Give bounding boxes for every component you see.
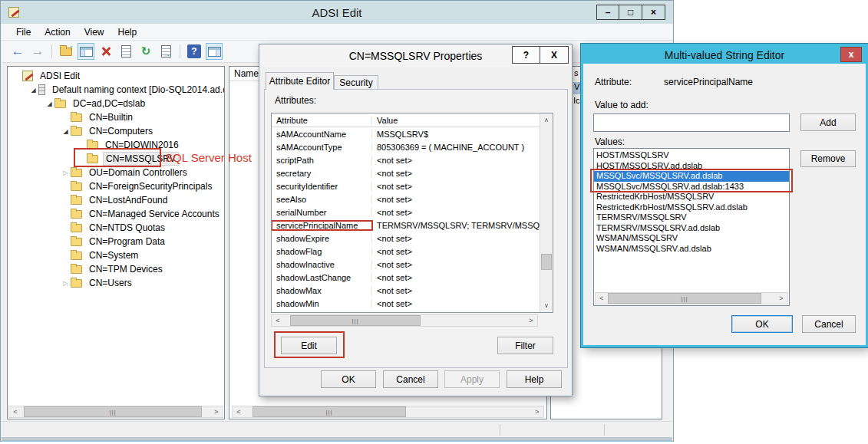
- scrollbar-track[interactable]: |||: [608, 293, 775, 304]
- attribute-row-shadowInactive[interactable]: shadowInactive<not set>: [272, 258, 541, 271]
- expanded-arrow-icon[interactable]: ◢: [45, 100, 54, 107]
- tree-item-default-naming-context-dio-sql2014-ad-dsla[interactable]: ◢Default naming context [Dio-SQL2014.ad.…: [8, 83, 224, 97]
- scroll-left-icon[interactable]: <: [596, 293, 608, 304]
- attribute-row-sAMAccountType[interactable]: sAMAccountType805306369 = ( MACHINE_ACCO…: [272, 140, 541, 153]
- console-tree-toggle-icon[interactable]: [78, 43, 94, 60]
- main-titlebar[interactable]: ADSI Edit – □ ×: [1, 1, 673, 24]
- dialog-close-button[interactable]: X: [540, 46, 569, 64]
- remove-button[interactable]: Remove: [800, 150, 856, 167]
- properties-icon[interactable]: [117, 43, 134, 60]
- scrollbar-thumb[interactable]: |||: [24, 406, 202, 417]
- value-item[interactable]: WSMAN/MSSQLSRV.ad.dslab: [594, 244, 789, 255]
- up-one-level-folder-icon[interactable]: ↑: [58, 43, 74, 60]
- refresh-icon[interactable]: ↻: [137, 43, 154, 60]
- add-button[interactable]: Add: [800, 113, 856, 131]
- scroll-right-icon[interactable]: >: [210, 406, 223, 417]
- tab-attribute-editor[interactable]: Attribute Editor: [266, 72, 334, 90]
- cancel-button[interactable]: Cancel: [383, 370, 438, 388]
- value-to-add-input[interactable]: [593, 113, 790, 132]
- scroll-right-icon[interactable]: >: [531, 406, 543, 417]
- tree-item-dc-ad-dc-dslab[interactable]: ◢DC=ad,DC=dslab: [8, 97, 224, 110]
- scroll-right-icon[interactable]: >: [525, 315, 537, 326]
- scrollbar-thumb[interactable]: |||: [608, 293, 761, 304]
- scroll-right-icon[interactable]: >: [775, 293, 787, 304]
- mvse-cancel-button[interactable]: Cancel: [802, 315, 856, 333]
- scrollbar-thumb[interactable]: |||: [252, 406, 406, 417]
- menu-file[interactable]: File: [9, 25, 38, 40]
- help-icon[interactable]: ?: [186, 43, 203, 60]
- properties-titlebar[interactable]: CN=MSSQLSRV Properties ? X: [259, 44, 572, 67]
- attribute-row-sAMAccountName[interactable]: sAMAccountNameMSSQLSRV$: [272, 127, 541, 140]
- menu-view[interactable]: View: [78, 25, 111, 40]
- back-arrow-icon[interactable]: ←: [9, 43, 26, 60]
- scrollbar-thumb[interactable]: |||: [290, 315, 421, 326]
- tree-item-cn-tpm-devices[interactable]: CN=TPM Devices: [8, 262, 224, 276]
- tree-item-cn-ntds-quotas[interactable]: CN=NTDS Quotas: [8, 221, 224, 235]
- tree-horizontal-scrollbar[interactable]: < ||| >: [8, 406, 223, 418]
- close-button[interactable]: ×: [642, 5, 665, 20]
- attribute-row-secretary[interactable]: secretary<not set>: [272, 166, 541, 179]
- attribute-row-shadowMax[interactable]: shadowMax<not set>: [272, 284, 541, 297]
- attribute-row-shadowMin[interactable]: shadowMin<not set>: [272, 297, 541, 310]
- collapsed-arrow-icon[interactable]: ▷: [61, 280, 71, 287]
- scrollbar-track[interactable]: |||: [21, 406, 210, 417]
- help-button[interactable]: Help: [507, 370, 562, 388]
- attribute-row-seeAlso[interactable]: seeAlso<not set>: [272, 192, 541, 206]
- minimize-button[interactable]: –: [596, 5, 619, 20]
- value-column-header[interactable]: Value: [372, 116, 541, 125]
- value-item[interactable]: RestrictedKrbHost/MSSQLSRV: [594, 192, 789, 202]
- tree-item-cn-foreignsecurityprincipals[interactable]: CN=ForeignSecurityPrincipals: [8, 179, 224, 193]
- scroll-left-icon[interactable]: <: [9, 406, 21, 417]
- name-column-header[interactable]: Name: [234, 68, 259, 79]
- tree-item-cn-program-data[interactable]: CN=Program Data: [8, 235, 224, 248]
- attribute-row-securityIdentifier[interactable]: securityIdentifier<not set>: [272, 179, 541, 192]
- attribute-row-shadowFlag[interactable]: shadowFlag<not set>: [272, 245, 541, 258]
- tree-item-cn-users[interactable]: ▷CN=Users: [8, 276, 224, 290]
- action-pane-toggle-icon[interactable]: [206, 43, 223, 60]
- scroll-left-icon[interactable]: <: [272, 315, 284, 326]
- mvse-titlebar[interactable]: Multi-valued String Editor: [583, 46, 866, 64]
- tree-item-cn-system[interactable]: CN=System: [8, 248, 224, 262]
- attributes-horizontal-scrollbar[interactable]: < ||| >: [271, 314, 538, 327]
- tree-item-cn-managed-service-accounts[interactable]: CN=Managed Service Accounts: [8, 207, 224, 221]
- tree-item-ou-domain-controllers[interactable]: ▷OU=Domain Controllers: [8, 166, 224, 179]
- scrollbar-track[interactable]: |||: [284, 315, 525, 326]
- attribute-row-serialNumber[interactable]: serialNumber<not set>: [272, 206, 541, 219]
- tree-item-cn-computers[interactable]: ◢CN=Computers: [8, 124, 224, 138]
- maximize-button[interactable]: □: [619, 5, 642, 20]
- scroll-left-icon[interactable]: <: [233, 406, 245, 417]
- value-item[interactable]: TERMSRV/MSSQLSRV: [594, 212, 789, 223]
- value-item[interactable]: WSMAN/MSSQLSRV: [594, 233, 789, 244]
- expanded-arrow-icon[interactable]: ◢: [28, 87, 38, 94]
- value-item[interactable]: HOST/MSSQLSRV: [594, 150, 789, 161]
- attribute-row-shadowExpire[interactable]: shadowExpire<not set>: [272, 232, 541, 245]
- menu-action[interactable]: Action: [38, 25, 77, 40]
- filter-button[interactable]: Filter: [497, 337, 553, 354]
- apply-button[interactable]: Apply: [444, 370, 500, 388]
- tree-item-cn-lostandfound[interactable]: CN=LostAndFound: [8, 193, 224, 207]
- tree-item-cn-builtin[interactable]: CN=Builtin: [8, 110, 224, 124]
- dialog-help-button[interactable]: ?: [512, 46, 540, 64]
- delete-x-icon[interactable]: [97, 43, 114, 60]
- forward-arrow-icon[interactable]: →: [29, 43, 46, 60]
- value-item[interactable]: RestrictedKrbHost/MSSQLSRV.ad.dslab: [594, 202, 789, 213]
- export-list-icon[interactable]: →: [157, 43, 174, 60]
- menu-help[interactable]: Help: [111, 25, 144, 40]
- mvse-ok-button[interactable]: OK: [731, 315, 793, 333]
- tree-item-adsi-edit[interactable]: ADSI Edit: [8, 69, 224, 83]
- scroll-down-icon[interactable]: ∨: [540, 299, 553, 312]
- ok-button[interactable]: OK: [321, 370, 376, 388]
- scrollbar-thumb[interactable]: [541, 254, 552, 270]
- attributes-vertical-scrollbar[interactable]: ∧ ∨: [540, 113, 553, 312]
- scrollbar-track[interactable]: |||: [245, 406, 531, 417]
- collapsed-arrow-icon[interactable]: ▷: [61, 169, 71, 176]
- attribute-row-scriptPath[interactable]: scriptPath<not set>: [272, 153, 541, 166]
- value-item[interactable]: TERMSRV/MSSQLSRV.ad.dslab: [594, 223, 789, 234]
- list-horizontal-scrollbar[interactable]: < ||| >: [232, 406, 544, 418]
- expanded-arrow-icon[interactable]: ◢: [61, 128, 71, 135]
- scroll-up-icon[interactable]: ∧: [540, 113, 553, 127]
- attribute-row-shadowLastChange[interactable]: shadowLastChange<not set>: [272, 271, 541, 284]
- values-horizontal-scrollbar[interactable]: < ||| >: [595, 292, 788, 304]
- attribute-row-servicePrincipalName[interactable]: servicePrincipalNameTERMSRV/MSSQLSRV; TE…: [272, 219, 541, 232]
- attribute-column-header[interactable]: Attribute: [272, 116, 372, 125]
